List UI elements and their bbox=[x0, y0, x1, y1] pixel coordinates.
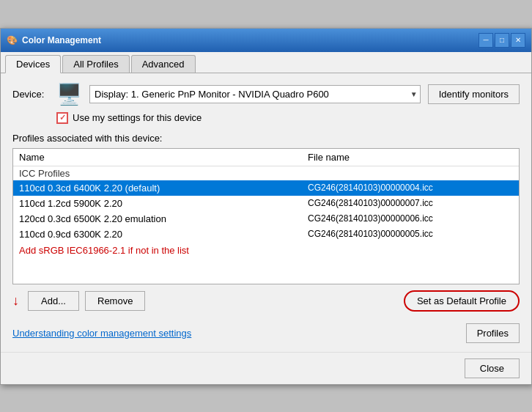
bottom-buttons: ↓ Add... Remove Set as Default Profile bbox=[12, 290, 520, 312]
add-arrow-icon: ↓ bbox=[12, 293, 19, 309]
checkbox-row: ✓ Use my settings for this device bbox=[56, 112, 520, 124]
btn-group-left: ↓ Add... Remove bbox=[12, 291, 145, 311]
row-filename: CG246(28140103)00000005.icc bbox=[308, 229, 513, 240]
tab-advanced[interactable]: Advanced bbox=[131, 55, 196, 73]
add-srgb-note: Add sRGB IEC61966-2.1 if not in the list bbox=[13, 242, 519, 259]
table-row[interactable]: 110cd 1.2cd 5900K 2.20 CG246(28140103)00… bbox=[13, 196, 519, 211]
device-row: Device: 🖥️ Display: 1. Generic PnP Monit… bbox=[12, 82, 520, 106]
remove-button[interactable]: Remove bbox=[85, 291, 145, 311]
row-name: 110cd 1.2cd 5900K 2.20 bbox=[19, 198, 308, 209]
tab-devices[interactable]: Devices bbox=[5, 55, 61, 73]
identify-monitors-button[interactable]: Identify monitors bbox=[428, 84, 520, 104]
profiles-table: Name File name ICC Profiles 110cd 0.3cd … bbox=[12, 148, 520, 284]
row-filename: CG246(28140103)00000006.icc bbox=[308, 213, 513, 224]
close-button[interactable]: Close bbox=[465, 358, 520, 378]
understanding-link[interactable]: Understanding color management settings bbox=[12, 328, 191, 339]
minimize-button[interactable]: ─ bbox=[479, 33, 493, 48]
device-label: Device: bbox=[12, 89, 49, 100]
row-name: 120cd 0.3cd 6500K 2.20 emulation bbox=[19, 213, 308, 224]
table-body: ICC Profiles 110cd 0.3cd 6400K 2.20 (def… bbox=[13, 166, 519, 284]
column-name-header: Name bbox=[19, 152, 308, 163]
icc-profiles-group-header: ICC Profiles bbox=[13, 166, 519, 180]
device-select[interactable]: Display: 1. Generic PnP Monitor - NVIDIA… bbox=[89, 85, 421, 103]
use-settings-checkbox[interactable]: ✓ bbox=[56, 112, 68, 124]
column-filename-header: File name bbox=[308, 152, 513, 163]
set-default-button[interactable]: Set as Default Profile bbox=[404, 290, 520, 312]
row-filename: CG246(28140103)00000004.icc bbox=[308, 183, 513, 194]
window-icon: 🎨 bbox=[7, 35, 18, 45]
close-row: Close bbox=[1, 352, 531, 384]
title-bar: 🎨 Color Management ─ □ ✕ bbox=[1, 29, 531, 52]
device-select-container: Display: 1. Generic PnP Monitor - NVIDIA… bbox=[89, 85, 421, 103]
row-filename: CG246(28140103)00000007.icc bbox=[308, 198, 513, 209]
checkmark-icon: ✓ bbox=[59, 113, 66, 122]
maximize-button[interactable]: □ bbox=[495, 33, 509, 48]
row-name: 110cd 0.3cd 6400K 2.20 (default) bbox=[19, 183, 308, 194]
main-content: Device: 🖥️ Display: 1. Generic PnP Monit… bbox=[1, 73, 531, 352]
table-header: Name File name bbox=[13, 149, 519, 166]
close-title-button[interactable]: ✕ bbox=[511, 33, 525, 48]
tabs-bar: Devices All Profiles Advanced bbox=[1, 52, 531, 73]
footer-row: Understanding color management settings … bbox=[12, 319, 520, 343]
row-name: 110cd 0.9cd 6300K 2.20 bbox=[19, 229, 308, 240]
color-management-window: 🎨 Color Management ─ □ ✕ Devices All Pro… bbox=[0, 28, 532, 385]
profiles-button[interactable]: Profiles bbox=[466, 323, 520, 343]
title-controls: ─ □ ✕ bbox=[479, 33, 525, 48]
tab-all-profiles[interactable]: All Profiles bbox=[62, 55, 129, 73]
set-default-wrapper: Set as Default Profile bbox=[404, 290, 520, 312]
window-title: Color Management bbox=[22, 35, 101, 45]
table-row[interactable]: 110cd 0.3cd 6400K 2.20 (default) CG246(2… bbox=[13, 180, 519, 196]
title-bar-left: 🎨 Color Management bbox=[7, 35, 101, 45]
checkbox-label: Use my settings for this device bbox=[73, 112, 202, 123]
profiles-section-label: Profiles associated with this device: bbox=[12, 133, 520, 144]
table-row[interactable]: 110cd 0.9cd 6300K 2.20 CG246(28140103)00… bbox=[13, 227, 519, 242]
add-button[interactable]: Add... bbox=[28, 291, 79, 311]
monitor-icon: 🖥️ bbox=[56, 82, 82, 106]
table-row[interactable]: 120cd 0.3cd 6500K 2.20 emulation CG246(2… bbox=[13, 211, 519, 227]
